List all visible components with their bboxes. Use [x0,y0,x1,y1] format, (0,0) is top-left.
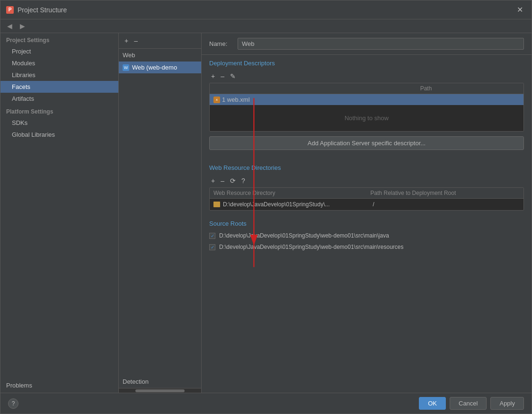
web-module-icon: W [123,64,129,71]
scrollbar-thumb [135,389,185,392]
sidebar-item-problems[interactable]: Problems [0,378,118,393]
close-button[interactable]: ✕ [514,4,526,15]
sidebar-item-global-libraries[interactable]: Global Libraries [0,129,118,141]
name-label: Name: [209,40,233,47]
project-settings-section-label: Project Settings [0,33,118,45]
wr-relative-cell: / [373,201,520,208]
middle-panel: + – Web W Web (web-demo Detection [119,33,202,393]
forward-button[interactable]: ▶ [17,21,28,31]
wr-relative-header: Path Relative to Deployment Root [367,188,524,198]
add-wr-button[interactable]: + [209,176,217,185]
name-row: Name: [202,33,532,55]
deployment-table-header: Path [210,83,523,94]
sidebar: Project Settings Project Modules Librari… [0,33,119,393]
source-roots-title: Source Roots [202,215,532,230]
bottom-left: ? [8,398,18,409]
deployment-descriptors-title: Deployment Descriptors [202,55,532,70]
sidebar-item-modules[interactable]: Modules [0,57,118,69]
source-path-0: D:\develop\JavaDevelop\01SpringStudy\web… [219,232,389,239]
deployment-descriptors-table: Path x 1 web.xml Nothing to show [209,83,524,132]
remove-wr-button[interactable]: – [219,176,226,185]
folder-icon [213,202,220,207]
main-content: Project Settings Project Modules Librari… [0,33,532,393]
platform-settings-section-label: Platform Settings [0,105,118,117]
sidebar-item-libraries[interactable]: Libraries [0,69,118,81]
source-row-1: D:\develop\JavaDevelop\01SpringStudy\web… [202,241,532,253]
remove-facet-button[interactable]: – [132,36,140,45]
deployment-toolbar: + – ✎ [202,70,532,83]
sidebar-item-project[interactable]: Project [0,45,118,57]
source-checkbox-1[interactable] [209,244,215,250]
web-resources-title: Web Resource Directories [202,159,532,174]
wr-dir-header: Web Resource Directory [210,188,367,198]
wr-table-header: Web Resource Directory Path Relative to … [210,188,523,199]
source-path-1: D:\develop\JavaDevelop\01SpringStudy\web… [219,244,404,250]
table-row[interactable]: x 1 web.xml [210,94,523,105]
wr-table-row[interactable]: D:\develop\JavaDevelop\01SpringStudy\...… [210,199,523,210]
nav-bar: ◀ ▶ [0,19,532,33]
descriptor-path-header: Path [417,83,523,94]
sidebar-item-sdks[interactable]: SDKs [0,117,118,129]
help-wr-button[interactable]: ? [239,176,247,185]
bottom-bar: ? OK Cancel Apply [0,393,532,414]
add-descriptor-button[interactable]: + [209,71,217,81]
wr-path-cell: D:\develop\JavaDevelop\01SpringStudy\... [223,201,370,208]
help-button[interactable]: ? [8,398,18,409]
add-facet-button[interactable]: + [123,36,130,45]
app-icon: P [6,6,14,14]
edit-wr-button[interactable]: ⟳ [228,176,238,185]
title-bar: P Project Structure ✕ [0,0,532,19]
right-panel: Name: Deployment Descriptors + – ✎ Path … [202,33,532,393]
wr-table: Web Resource Directory Path Relative to … [209,187,524,211]
source-checkbox-0[interactable] [209,233,215,239]
title-bar-left: P Project Structure [6,6,67,14]
wr-toolbar: + – ⟳ ? [202,174,532,187]
middle-items-list: W Web (web-demo [119,62,201,375]
edit-descriptor-button[interactable]: ✎ [228,71,238,81]
middle-toolbar: + – [119,33,201,49]
sidebar-item-artifacts[interactable]: Artifacts [0,93,118,105]
descriptor-name-header [210,83,417,94]
source-roots-section: Source Roots D:\develop\JavaDevelop\01Sp… [202,215,532,253]
source-row-0: D:\develop\JavaDevelop\01SpringStudy\web… [202,230,532,241]
web-resources-section: Web Resource Directories + – ⟳ ? Web Res… [202,159,532,211]
name-input[interactable] [238,38,524,50]
remove-descriptor-button[interactable]: – [219,71,226,81]
ok-button[interactable]: OK [419,397,446,410]
scrollbar-track [119,388,201,393]
xml-icon: x [213,97,220,103]
apply-button[interactable]: Apply [490,397,524,410]
cancel-button[interactable]: Cancel [450,397,487,410]
bottom-right: OK Cancel Apply [419,397,524,410]
project-structure-dialog: P Project Structure ✕ ◀ ▶ Project Settin… [0,0,532,414]
dialog-title: Project Structure [18,6,67,14]
descriptor-name-cell: x 1 web.xml [213,96,417,103]
middle-item-web[interactable]: W Web (web-demo [119,62,201,73]
middle-top-label: Web [119,49,201,62]
back-button[interactable]: ◀ [4,21,15,31]
nothing-to-show-label: Nothing to show [210,105,523,131]
add-server-descriptor-button[interactable]: Add Application Server specific descript… [209,136,524,150]
sidebar-item-facets[interactable]: Facets [0,81,118,93]
detection-label: Detection [119,375,201,388]
